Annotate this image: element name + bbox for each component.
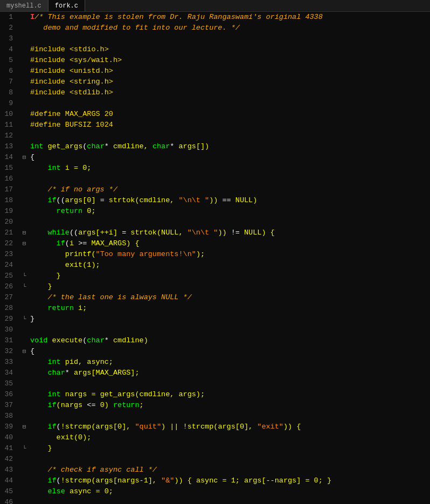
line-number: 28 [0, 303, 16, 314]
tab-fork[interactable]: fork.c [48, 0, 85, 11]
fold-marker [20, 357, 28, 368]
code-line: /* check if async call */ [30, 465, 430, 475]
line-number: 8 [0, 87, 16, 98]
code-line: { [30, 152, 430, 163]
fold-marker [20, 55, 28, 66]
line-number: 7 [0, 77, 16, 87]
code-line: int i = 0; [30, 163, 430, 174]
code-line: while((args[++i] = strtok(NULL, "\n\t ")… [30, 227, 430, 238]
line-number: 9 [0, 98, 16, 109]
line-number: 10 [0, 109, 16, 120]
line-number: 23 [0, 249, 16, 260]
line-number: 31 [0, 335, 16, 346]
fold-marker[interactable]: ⊟ [20, 152, 28, 163]
line-number: 29 [0, 314, 16, 325]
code-line: else async = 0; [30, 486, 430, 497]
code-line: #include <string.h> [30, 77, 430, 87]
code-line: int get_args(char* cmdline, char* args[]… [30, 141, 430, 152]
fold-marker[interactable]: ⊟ [20, 227, 28, 238]
code-line: { [30, 346, 430, 357]
line-number: 14 [0, 152, 16, 163]
code-line: /* the last one is always NULL */ [30, 292, 430, 303]
fold-marker [20, 98, 28, 109]
tab-myshell[interactable]: myshell.c [0, 0, 48, 11]
fold-marker[interactable]: └ [20, 443, 28, 454]
fold-marker[interactable]: └ [20, 271, 28, 281]
fold-marker[interactable]: ⊟ [20, 346, 28, 357]
line-number: 35 [0, 378, 16, 389]
line-number: 32 [0, 346, 16, 357]
code-line: demo and modified to fit into our lectur… [30, 23, 430, 33]
code-line [30, 217, 430, 227]
fold-marker [20, 454, 28, 465]
line-number: 20 [0, 217, 16, 227]
fold-marker [20, 368, 28, 378]
code-line: int nargs = get_args(cmdline, args); [30, 389, 430, 400]
fold-marker [20, 335, 28, 346]
line-number: 13 [0, 141, 16, 152]
code-line: #include <unistd.h> [30, 66, 430, 77]
code-line: if(nargs <= 0) return; [30, 400, 430, 411]
fold-marker [20, 109, 28, 120]
line-number: 43 [0, 465, 16, 475]
code-line: } [30, 314, 430, 325]
line-number: 40 [0, 432, 16, 443]
line-number: 46 [0, 497, 16, 504]
line-number: 2 [0, 23, 16, 33]
fold-marker [20, 411, 28, 422]
code-line: #define BUFSIZ 1024 [30, 120, 430, 130]
code-line: /* if no args */ [30, 184, 430, 195]
fold-marker [20, 497, 28, 504]
fold-marker[interactable]: ⊟ [20, 238, 28, 249]
fold-marker [20, 174, 28, 184]
code-line: if(!strcmp(args[0], "quit") || !strcmp(a… [30, 422, 430, 432]
fold-marker [20, 77, 28, 87]
fold-marker [20, 195, 28, 206]
line-numbers: 1234567891011121314151617181920212223242… [0, 12, 20, 504]
fold-marker [20, 163, 28, 174]
fold-marker [20, 303, 28, 314]
line-number: 38 [0, 411, 16, 422]
code-line [30, 174, 430, 184]
code-line: return i; [30, 303, 430, 314]
code-line: int pid, async; [30, 357, 430, 368]
fold-marker [20, 465, 28, 475]
fold-marker [20, 217, 28, 227]
code-lines: I/* This example is stolen from Dr. Raju… [28, 12, 430, 504]
fold-marker [20, 486, 28, 497]
code-line [30, 378, 430, 389]
fold-marker[interactable]: └ [20, 314, 28, 325]
line-number: 6 [0, 66, 16, 77]
line-number: 41 [0, 443, 16, 454]
code-line [30, 497, 430, 504]
code-line: } [30, 281, 430, 292]
code-line: I/* This example is stolen from Dr. Raju… [30, 12, 430, 23]
line-number: 22 [0, 238, 16, 249]
fold-marker [20, 260, 28, 271]
fold-gutter: ⊟⊟⊟└└└⊟⊟└ [20, 12, 28, 504]
line-number: 30 [0, 325, 16, 335]
code-line: void execute(char* cmdline) [30, 335, 430, 346]
fold-marker [20, 141, 28, 152]
fold-marker [20, 432, 28, 443]
line-number: 25 [0, 271, 16, 281]
line-number: 24 [0, 260, 16, 271]
fold-marker [20, 206, 28, 217]
fold-marker [20, 325, 28, 335]
code-line: char* args[MAX_ARGS]; [30, 368, 430, 378]
line-number: 18 [0, 195, 16, 206]
line-number: 27 [0, 292, 16, 303]
fold-marker [20, 292, 28, 303]
fold-marker [20, 184, 28, 195]
code-line: exit(1); [30, 260, 430, 271]
code-line [30, 33, 430, 44]
code-container: 1234567891011121314151617181920212223242… [0, 12, 430, 504]
fold-marker[interactable]: ⊟ [20, 422, 28, 432]
fold-marker[interactable]: └ [20, 281, 28, 292]
line-number: 11 [0, 120, 16, 130]
code-line: exit(0); [30, 432, 430, 443]
line-number: 45 [0, 486, 16, 497]
fold-marker [20, 120, 28, 130]
line-number: 16 [0, 174, 16, 184]
tab-bar: myshell.c fork.c [0, 0, 430, 12]
